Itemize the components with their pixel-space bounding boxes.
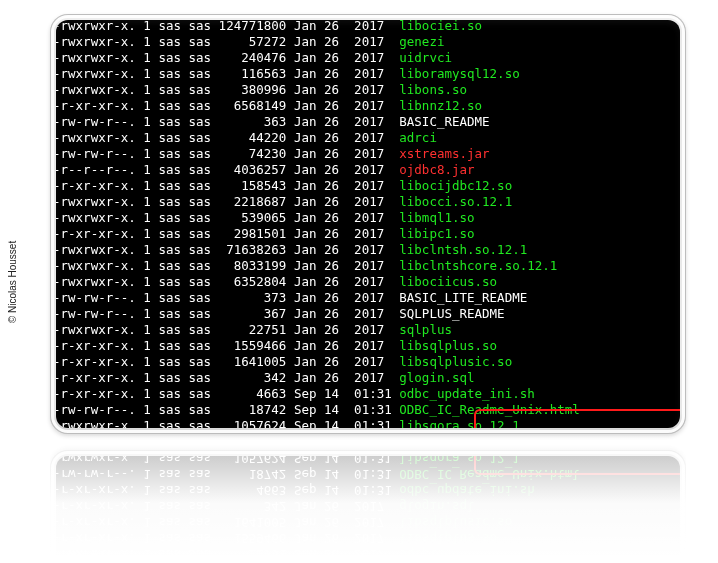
month: Jan	[294, 290, 317, 305]
file-size: 2981501	[219, 226, 287, 241]
listing-row: -r-xr-xr-x. 1 sas sas 1641005 Jan 26 201…	[56, 514, 580, 530]
owner: sas	[158, 20, 181, 33]
day: 26	[324, 258, 339, 273]
file-size: 116563	[219, 66, 287, 81]
file-size: 342	[219, 370, 287, 385]
link-count: 1	[143, 402, 151, 417]
owner: sas	[158, 226, 181, 241]
group: sas	[189, 456, 212, 466]
listing-row: -rwxrwxr-x. 1 sas sas 44220 Jan 26 2017 …	[56, 130, 580, 146]
file-name: BASIC_README	[399, 114, 489, 129]
year-or-time: 2017	[354, 226, 392, 241]
month: Sep	[294, 483, 317, 498]
month: Jan	[294, 98, 317, 113]
file-size: 1559466	[219, 531, 287, 546]
listing-row: -r-xr-xr-x. 1 sas sas 6568149 Jan 26 201…	[56, 98, 580, 114]
permissions: -r-xr-xr-x.	[56, 499, 136, 514]
owner: sas	[158, 210, 181, 225]
month: Jan	[294, 242, 317, 257]
day: 26	[324, 162, 339, 177]
permissions: -r-xr-xr-x.	[56, 531, 136, 546]
attribution-text: © Nicolas Housset	[7, 240, 18, 322]
permissions: -r-xr-xr-x.	[56, 178, 136, 193]
link-count: 1	[143, 531, 151, 546]
file-name: libociicus.so	[399, 274, 497, 289]
file-name: uidrvci	[399, 50, 452, 65]
file-name: libclntshcore.so.12.1	[399, 258, 557, 273]
file-size: 57272	[219, 34, 287, 49]
permissions: -rw-rw-r--.	[56, 402, 136, 417]
month: Jan	[294, 162, 317, 177]
permissions: -rw-rw-r--.	[56, 290, 136, 305]
file-name: libsqlplusic.so	[399, 354, 512, 369]
owner: sas	[158, 370, 181, 385]
file-size: 22751	[219, 322, 287, 337]
owner: sas	[158, 386, 181, 401]
terminal-listing: -rwxrwxr-x. 1 sas sas 124771800 Jan 26 2…	[56, 20, 580, 428]
file-size: 124771800	[219, 20, 287, 33]
link-count: 1	[143, 178, 151, 193]
owner: sas	[158, 306, 181, 321]
group: sas	[189, 322, 212, 337]
listing-row: -rwxrwxr-x. 1 sas sas 8033199 Jan 26 201…	[56, 258, 580, 274]
file-name: BASIC_LITE_README	[399, 290, 527, 305]
permissions: -rwxrwxr-x.	[56, 210, 136, 225]
file-size: 373	[219, 290, 287, 305]
listing-row: -rwxrwxr-x. 1 sas sas 57272 Jan 26 2017 …	[56, 34, 580, 50]
owner: sas	[158, 146, 181, 161]
link-count: 1	[143, 114, 151, 129]
group: sas	[189, 34, 212, 49]
permissions: -rw-rw-r--.	[56, 114, 136, 129]
permissions: -rw-rw-r--.	[56, 467, 136, 482]
permissions: -rwxrwxr-x.	[56, 20, 136, 33]
listing-row: -r-xr-xr-x. 1 sas sas 1559466 Jan 26 201…	[56, 530, 580, 546]
owner: sas	[158, 98, 181, 113]
link-count: 1	[143, 483, 151, 498]
owner: sas	[158, 178, 181, 193]
year-or-time: 01:31	[354, 418, 392, 428]
permissions: -rwxrwxr-x.	[56, 456, 136, 466]
group: sas	[189, 82, 212, 97]
file-size: 71638263	[219, 242, 287, 257]
link-count: 1	[143, 306, 151, 321]
file-size: 22751	[219, 547, 287, 556]
year-or-time: 01:31	[354, 456, 392, 466]
day: 26	[324, 306, 339, 321]
permissions: -rwxrwxr-x.	[56, 82, 136, 97]
day: 26	[324, 290, 339, 305]
permissions: -rwxrwxr-x.	[56, 242, 136, 257]
listing-row: -r-xr-xr-x. 1 sas sas 342 Jan 26 2017 gl…	[56, 370, 580, 386]
day: 26	[324, 82, 339, 97]
owner: sas	[158, 547, 181, 556]
month: Jan	[294, 210, 317, 225]
listing-row: -r-xr-xr-x. 1 sas sas 1559466 Jan 26 201…	[56, 338, 580, 354]
file-size: 4036257	[219, 162, 287, 177]
day: 26	[324, 114, 339, 129]
link-count: 1	[143, 20, 151, 33]
file-name: ODBC_IC_Readme_Unix.html	[399, 467, 580, 482]
link-count: 1	[143, 547, 151, 556]
group: sas	[189, 531, 212, 546]
file-size: 6352804	[219, 274, 287, 289]
screenshot-frame: -rwxrwxr-x. 1 sas sas 124771800 Jan 26 2…	[50, 14, 686, 434]
group: sas	[189, 258, 212, 273]
day: 26	[324, 370, 339, 385]
owner: sas	[158, 418, 181, 428]
day: 14	[324, 402, 339, 417]
file-size: 1641005	[219, 515, 287, 530]
link-count: 1	[143, 370, 151, 385]
file-name: libsqora.so.12.1	[399, 418, 519, 428]
listing-row: -rw-rw-r--. 1 sas sas 367 Jan 26 2017 SQ…	[56, 306, 580, 322]
permissions: -rwxrwxr-x.	[56, 66, 136, 81]
link-count: 1	[143, 226, 151, 241]
day: 26	[324, 531, 339, 546]
file-name: adrci	[399, 130, 437, 145]
listing-row: -r-xr-xr-x. 1 sas sas 158543 Jan 26 2017…	[56, 178, 580, 194]
year-or-time: 2017	[354, 531, 392, 546]
link-count: 1	[143, 162, 151, 177]
day: 26	[324, 178, 339, 193]
terminal-window[interactable]: -rwxrwxr-x. 1 sas sas 124771800 Jan 26 2…	[56, 20, 680, 428]
file-name: xstreams.jar	[399, 146, 489, 161]
year-or-time: 2017	[354, 322, 392, 337]
file-name: liboramysql12.so	[399, 66, 519, 81]
